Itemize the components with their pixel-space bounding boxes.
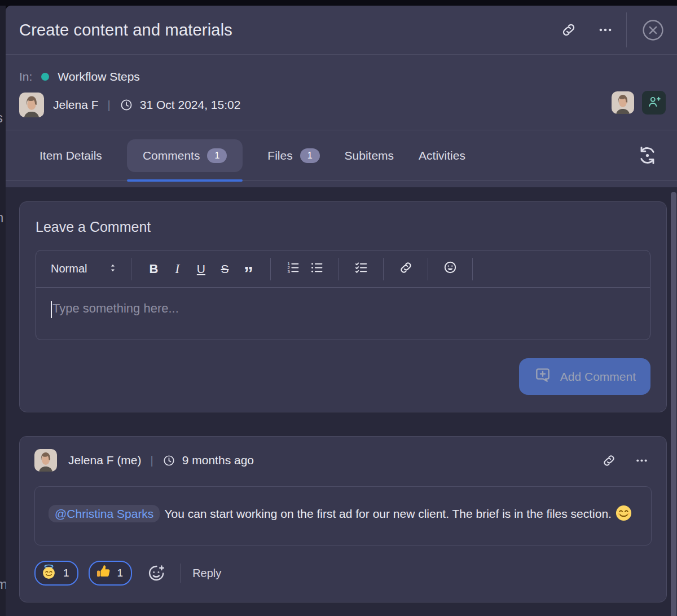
reactions-row: 1 1 bbox=[34, 560, 652, 586]
close-icon bbox=[641, 19, 665, 42]
item-title: Create content and materials bbox=[19, 21, 232, 39]
in-label: In: bbox=[19, 70, 32, 83]
background-text-fragment: s bbox=[0, 110, 3, 126]
files-count-badge: 1 bbox=[300, 148, 320, 163]
comment-composer: Leave a Comment Normal B I bbox=[19, 201, 667, 412]
author-avatar bbox=[19, 93, 44, 117]
scrollbar-thumb[interactable] bbox=[671, 192, 676, 616]
refresh-icon bbox=[637, 145, 658, 166]
item-detail-modal: Create content and materials bbox=[6, 6, 677, 616]
separator: | bbox=[151, 454, 153, 467]
smiling-face-emoji-icon bbox=[615, 504, 632, 529]
clock-icon bbox=[120, 98, 133, 112]
add-comment-button[interactable]: Add Comment bbox=[519, 358, 650, 395]
ellipsis-icon bbox=[635, 454, 648, 467]
ordered-list-button[interactable]: 123 bbox=[283, 258, 302, 280]
tab-label: Activities bbox=[419, 149, 465, 162]
comment-text-input[interactable]: Type something here... bbox=[36, 288, 650, 340]
reaction-count: 1 bbox=[63, 567, 69, 579]
comment-message: You can start working on the first ad fo… bbox=[164, 507, 612, 520]
refresh-button[interactable] bbox=[634, 142, 661, 169]
underline-button[interactable]: U bbox=[191, 258, 210, 280]
thumbs-up-emoji-icon bbox=[95, 564, 111, 582]
ordered-list-icon: 123 bbox=[286, 261, 300, 278]
toolbar-divider bbox=[338, 258, 339, 280]
link-icon bbox=[561, 22, 577, 38]
member-avatar[interactable] bbox=[612, 91, 634, 114]
tab-activities[interactable]: Activities bbox=[419, 149, 465, 162]
emoji-plus-icon bbox=[147, 564, 166, 583]
item-info-section: In: Workflow Steps Jelena F | 31 Oct 202 bbox=[6, 55, 677, 130]
tab-label: Subitems bbox=[345, 149, 394, 162]
copy-comment-link-button[interactable] bbox=[599, 450, 619, 471]
comment-text: @Christina SparksYou can start working o… bbox=[34, 486, 652, 545]
comment-time: 9 months ago bbox=[182, 454, 254, 467]
person-add-icon bbox=[647, 94, 662, 111]
reactions-divider bbox=[181, 564, 181, 583]
created-timestamp: 31 Oct 2024, 15:02 bbox=[140, 98, 241, 112]
bold-button[interactable]: B bbox=[144, 258, 163, 280]
reaction-thumbs-up[interactable]: 1 bbox=[89, 561, 133, 586]
toolbar-divider bbox=[383, 258, 384, 280]
clock-icon bbox=[162, 454, 175, 467]
more-options-button[interactable] bbox=[595, 19, 616, 41]
insert-link-button[interactable] bbox=[396, 258, 415, 280]
add-comment-label: Add Comment bbox=[560, 370, 636, 384]
separator: | bbox=[108, 99, 111, 112]
comments-count-badge: 1 bbox=[207, 148, 227, 163]
insert-emoji-button[interactable] bbox=[441, 258, 460, 280]
toolbar-divider bbox=[428, 258, 428, 280]
copy-link-button[interactable] bbox=[557, 19, 580, 41]
comments-panel: Leave a Comment Normal B I bbox=[6, 187, 677, 616]
close-button[interactable] bbox=[638, 15, 668, 45]
italic-button[interactable]: I bbox=[168, 258, 187, 280]
comment-item: Jelena F (me) | 9 months ago bbox=[19, 436, 667, 602]
reaction-halo[interactable]: 1 bbox=[34, 561, 78, 586]
smiling-face-with-halo-emoji-icon bbox=[41, 564, 56, 582]
bullet-list-button[interactable] bbox=[307, 258, 326, 280]
tab-bar: Item Details Comments 1 Files 1 Subitems… bbox=[6, 130, 677, 181]
emoji-smiley-icon bbox=[443, 260, 458, 278]
svg-text:3: 3 bbox=[288, 269, 290, 274]
blockquote-button[interactable]: ” bbox=[239, 258, 258, 280]
sort-arrows-icon bbox=[107, 262, 118, 275]
toolbar-divider bbox=[472, 258, 473, 280]
checklist-button[interactable] bbox=[351, 258, 371, 280]
tab-item-details[interactable]: Item Details bbox=[39, 149, 102, 162]
paragraph-style-value: Normal bbox=[51, 262, 87, 275]
checklist-icon bbox=[354, 261, 368, 278]
text-cursor bbox=[51, 301, 52, 318]
toolbar-divider bbox=[131, 258, 131, 280]
commenter-avatar bbox=[34, 449, 57, 472]
commenter-name: Jelena F (me) bbox=[68, 454, 142, 467]
modal-header: Create content and materials bbox=[6, 6, 677, 55]
header-divider bbox=[626, 12, 627, 47]
background-page-edge: s n m bbox=[0, 6, 6, 616]
link-icon bbox=[602, 454, 616, 468]
background-text-fragment: m bbox=[0, 577, 6, 592]
tab-subitems[interactable]: Subitems bbox=[345, 149, 394, 162]
comment-bubble-plus-icon bbox=[534, 366, 552, 387]
tab-label: Files bbox=[267, 149, 292, 162]
tab-comments[interactable]: Comments 1 bbox=[127, 139, 243, 172]
editor-toolbar: Normal B I U S ” bbox=[36, 250, 650, 288]
group-status-dot bbox=[41, 73, 49, 81]
paragraph-style-select[interactable]: Normal bbox=[51, 262, 118, 275]
tab-label: Item Details bbox=[39, 149, 102, 162]
background-text-fragment: n bbox=[0, 210, 3, 226]
mention-chip[interactable]: @Christina Sparks bbox=[49, 505, 160, 522]
add-reaction-button[interactable] bbox=[143, 560, 169, 586]
reply-button[interactable]: Reply bbox=[192, 567, 221, 580]
author-name: Jelena F bbox=[53, 98, 99, 112]
toolbar-divider bbox=[270, 258, 271, 280]
strikethrough-button[interactable]: S bbox=[215, 258, 234, 280]
add-member-button[interactable] bbox=[642, 91, 666, 115]
comment-options-button[interactable] bbox=[632, 451, 652, 470]
input-placeholder: Type something here... bbox=[52, 301, 179, 316]
bullet-list-icon bbox=[310, 261, 324, 278]
tab-label: Comments bbox=[143, 149, 200, 162]
link-icon bbox=[399, 261, 413, 278]
reaction-count: 1 bbox=[117, 567, 124, 579]
tab-files[interactable]: Files 1 bbox=[267, 148, 319, 163]
group-name-link[interactable]: Workflow Steps bbox=[58, 70, 140, 83]
